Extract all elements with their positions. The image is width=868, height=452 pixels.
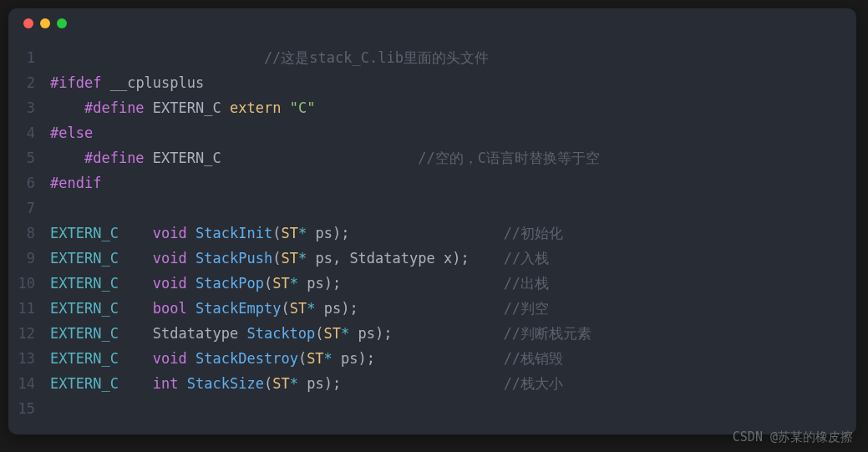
token-op: * xyxy=(290,375,298,392)
code-area[interactable]: 1 //这是stack_C.lib里面的头文件2#ifdef __cpluspl… xyxy=(8,38,856,428)
token-code xyxy=(358,300,504,317)
code-line[interactable]: 12EXTERN_C Stdatatype Stacktop(ST* ps); … xyxy=(8,321,856,346)
token-param: ps xyxy=(324,300,341,317)
token-code xyxy=(187,225,195,241)
code-line[interactable]: 10EXTERN_C void StackPop(ST* ps); //出栈 xyxy=(8,271,856,296)
token-comment: //入栈 xyxy=(504,250,549,267)
token-type-std: Stdatatype xyxy=(153,325,247,342)
token-code xyxy=(179,375,187,392)
line-content: EXTERN_C int StackSize(ST* ps); //栈大小 xyxy=(50,371,563,396)
close-icon[interactable] xyxy=(23,18,33,28)
code-line[interactable]: 13EXTERN_C void StackDestroy(ST* ps); //… xyxy=(8,346,856,371)
token-type-void: void xyxy=(153,250,187,267)
token-type-st: ST xyxy=(281,225,297,241)
token-op: * xyxy=(324,350,332,367)
token-define-name: __cplusplus xyxy=(110,74,205,91)
token-comment: //判断栈元素 xyxy=(504,325,591,342)
token-code xyxy=(298,375,307,392)
token-define-name: EXTERN_C xyxy=(153,99,230,116)
token-type-bool: bool xyxy=(153,300,187,317)
token-punct: ; xyxy=(332,275,341,292)
token-type-int: int xyxy=(153,375,179,392)
token-comment: //出栈 xyxy=(504,275,549,292)
token-code xyxy=(393,325,504,342)
code-line[interactable]: 3 #define EXTERN_C extern "C" xyxy=(8,95,856,120)
token-comment: //空的，C语言时替换等于空 xyxy=(418,150,600,166)
token-punct: ) xyxy=(324,375,332,392)
line-content: EXTERN_C void StackPop(ST* ps); //出栈 xyxy=(50,271,549,296)
line-number: 6 xyxy=(8,170,50,196)
code-line[interactable]: 5 #define EXTERN_C //空的，C语言时替换等于空 xyxy=(8,145,856,170)
token-punct: ; xyxy=(332,375,341,392)
token-code xyxy=(332,350,341,367)
token-type-st: ST xyxy=(272,275,289,292)
token-param: ps xyxy=(307,275,323,292)
code-line[interactable]: 8EXTERN_C void StackInit(ST* ps); //初始化 xyxy=(8,221,856,246)
code-line[interactable]: 4#else xyxy=(8,120,856,145)
token-ident-const: EXTERN_C xyxy=(50,350,119,367)
token-func: StackEmpty xyxy=(195,300,281,317)
token-code xyxy=(145,99,153,116)
token-type-st: ST xyxy=(272,375,289,392)
token-func: StackDestroy xyxy=(195,350,298,367)
token-code xyxy=(50,49,264,66)
code-line[interactable]: 15 xyxy=(8,396,856,421)
token-punct: , xyxy=(332,250,349,267)
line-content: //这是stack_C.lib里面的头文件 xyxy=(50,45,489,70)
token-code xyxy=(221,150,418,166)
token-punct: ( xyxy=(272,225,281,241)
token-punct: ) xyxy=(324,275,332,292)
token-param: ps xyxy=(341,350,358,367)
minimize-icon[interactable] xyxy=(40,18,50,28)
token-type-st: ST xyxy=(281,250,297,267)
token-punct: ( xyxy=(281,300,289,317)
token-code xyxy=(341,375,503,392)
token-define-name: EXTERN_C xyxy=(153,150,221,166)
token-code xyxy=(119,375,153,392)
code-line[interactable]: 6#endif xyxy=(8,170,856,196)
code-editor-window: 1 //这是stack_C.lib里面的头文件2#ifdef __cpluspl… xyxy=(8,8,856,434)
line-content: #define EXTERN_C //空的，C语言时替换等于空 xyxy=(50,145,600,170)
token-str: "C" xyxy=(290,99,316,116)
code-line[interactable]: 2#ifdef __cplusplus xyxy=(8,70,856,95)
token-func: StackPush xyxy=(195,250,272,267)
watermark-text: CSDN @苏某的橡皮擦 xyxy=(733,429,853,445)
token-op: * xyxy=(341,325,349,342)
token-type-st: ST xyxy=(307,350,323,367)
token-code xyxy=(119,225,153,241)
code-line[interactable]: 9EXTERN_C void StackPush(ST* ps, Stdatat… xyxy=(8,246,856,271)
token-func: StackSize xyxy=(187,375,264,392)
token-type-void: void xyxy=(153,275,187,292)
token-code xyxy=(145,150,153,166)
line-number: 4 xyxy=(8,120,50,145)
line-number: 9 xyxy=(8,246,50,271)
token-ident-const: EXTERN_C xyxy=(50,275,119,292)
token-code xyxy=(119,350,153,367)
line-number: 13 xyxy=(8,346,50,371)
token-comment: //判空 xyxy=(504,300,549,317)
code-line[interactable]: 11EXTERN_C bool StackEmpty(ST* ps); //判空 xyxy=(8,296,856,321)
token-punct: ( xyxy=(315,325,323,342)
token-type-std: Stdatatype x xyxy=(349,250,452,267)
token-op: * xyxy=(307,300,315,317)
token-code xyxy=(349,225,503,241)
code-line[interactable]: 14EXTERN_C int StackSize(ST* ps); //栈大小 xyxy=(8,371,856,396)
maximize-icon[interactable] xyxy=(57,18,67,28)
token-code xyxy=(470,250,504,267)
token-comment: //栈销毁 xyxy=(504,350,563,367)
line-content: EXTERN_C void StackInit(ST* ps); //初始化 xyxy=(50,221,563,246)
line-number: 8 xyxy=(8,221,50,246)
token-code xyxy=(307,225,315,241)
line-number: 15 xyxy=(8,396,50,421)
line-content: #endif xyxy=(50,170,101,196)
code-line[interactable]: 7 xyxy=(8,196,856,221)
token-punct: ) xyxy=(358,350,367,367)
token-func: StackPop xyxy=(195,275,264,292)
token-kw-extern: extern xyxy=(230,99,281,116)
line-content: EXTERN_C Stdatatype Stacktop(ST* ps); //… xyxy=(50,321,591,346)
code-line[interactable]: 1 //这是stack_C.lib里面的头文件 xyxy=(8,45,856,70)
token-ident-const: EXTERN_C xyxy=(50,300,119,317)
token-code xyxy=(281,99,289,116)
token-code xyxy=(119,325,153,342)
line-number: 12 xyxy=(8,321,50,346)
